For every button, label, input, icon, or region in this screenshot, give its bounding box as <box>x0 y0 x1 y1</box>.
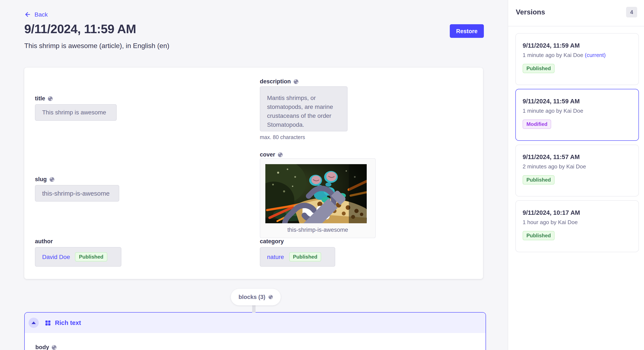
category-status-badge: Published <box>289 252 321 262</box>
versions-panel-title: Versions <box>516 8 545 16</box>
page-subtitle: This shrimp is awesome (article), in Eng… <box>24 42 169 50</box>
title-field-label: title <box>35 95 53 102</box>
rich-text-block-accordion: Rich text body <box>24 312 486 350</box>
globe-icon <box>48 96 53 101</box>
version-status-badge: Modified <box>522 120 551 129</box>
rich-text-accordion-header[interactable]: Rich text <box>25 313 486 333</box>
versions-count-badge: 4 <box>626 7 637 17</box>
author-status-badge: Published <box>75 252 107 262</box>
author-link[interactable]: David Doe <box>42 253 70 260</box>
title-input[interactable]: This shrimp is awesome <box>35 104 117 121</box>
divider <box>508 26 644 26</box>
version-date: 9/11/2024, 11:59 AM <box>522 98 632 105</box>
versions-panel: Versions 4 9/11/2024, 11:59 AM 1 minute … <box>508 0 644 350</box>
version-card[interactable]: 9/11/2024, 11:57 AM 2 minutes ago by Kai… <box>515 145 639 196</box>
globe-icon <box>268 295 273 299</box>
version-meta: 1 minute ago by Kai Doe <box>522 108 632 114</box>
version-status-badge: Published <box>522 175 555 184</box>
back-label: Back <box>34 11 48 18</box>
version-card[interactable]: 9/11/2024, 11:59 AM 1 minute ago by Kai … <box>515 89 639 141</box>
edit-image-button[interactable] <box>316 206 330 219</box>
pencil-icon <box>272 183 367 223</box>
page-title: 9/11/2024, 11:59 AM <box>24 22 136 36</box>
block-title: Rich text <box>55 319 81 326</box>
version-date: 9/11/2024, 10:17 AM <box>522 209 632 216</box>
author-relation-box: David Doe Published <box>35 247 122 267</box>
back-arrow-icon <box>24 11 31 18</box>
back-link[interactable]: Back <box>24 11 48 18</box>
cover-filename: this-shrimp-is-awesome <box>260 227 375 233</box>
version-meta: 1 hour ago by Kai Doe <box>522 219 632 225</box>
version-meta: 2 minutes ago by Kai Doe <box>522 163 632 170</box>
globe-icon <box>278 152 283 157</box>
cover-field-label: cover <box>260 151 283 158</box>
blocks-connector-line <box>252 305 256 313</box>
globe-icon <box>294 79 298 84</box>
version-status-badge: Published <box>522 231 555 240</box>
blocks-field-pill[interactable]: blocks (3) <box>231 289 281 305</box>
author-field-label: author <box>35 238 53 245</box>
version-status-badge: Published <box>522 64 555 73</box>
globe-icon <box>52 345 57 350</box>
grid-icon <box>45 320 51 326</box>
restore-button[interactable]: Restore <box>450 24 484 38</box>
slug-input[interactable]: this-shrimp-is-awesome <box>35 185 119 201</box>
cover-media-card: this-shrimp-is-awesome <box>260 158 376 238</box>
version-current-link[interactable]: (current) <box>585 52 606 58</box>
versions-list: 9/11/2024, 11:59 AM 1 minute ago by Kai … <box>515 33 639 252</box>
category-field-label: category <box>260 238 284 245</box>
version-card[interactable]: 9/11/2024, 11:59 AM 1 minute ago by Kai … <box>515 33 639 85</box>
version-date: 9/11/2024, 11:57 AM <box>522 154 632 160</box>
version-detail-main: Back 9/11/2024, 11:59 AM This shrimp is … <box>0 0 507 350</box>
collapse-toggle-button[interactable] <box>28 318 39 328</box>
globe-icon <box>50 177 54 182</box>
category-link[interactable]: nature <box>267 253 284 260</box>
description-textarea[interactable]: Mantis shrimps, or stomatopods, are mari… <box>260 86 348 131</box>
version-meta: 1 minute ago by Kai Doe (current) <box>522 52 632 58</box>
category-relation-box: nature Published <box>260 247 335 267</box>
description-field-label: description <box>260 78 298 85</box>
chevron-up-icon <box>32 322 36 324</box>
version-date: 9/11/2024, 11:59 AM <box>522 42 632 49</box>
slug-field-label: slug <box>35 176 54 182</box>
cover-image <box>265 164 367 223</box>
body-field-label: body <box>35 344 57 350</box>
version-card[interactable]: 9/11/2024, 10:17 AM 1 hour ago by Kai Do… <box>515 200 639 252</box>
description-hint: max. 80 characters <box>260 134 305 140</box>
